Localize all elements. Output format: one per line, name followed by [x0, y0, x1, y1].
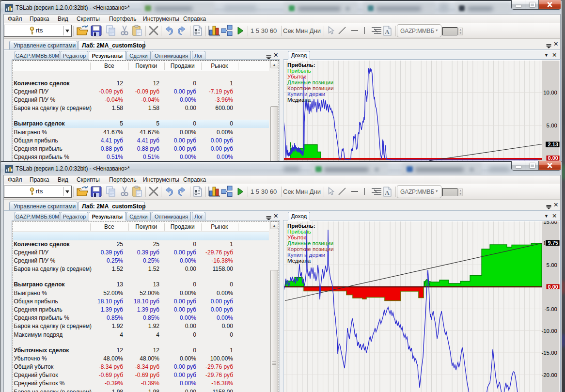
- svg-text:2.13: 2.13: [548, 141, 558, 147]
- svg-text:0.00: 0.00: [548, 155, 558, 161]
- svg-text:-5.00: -5.00: [545, 306, 557, 312]
- svg-text:0.00: 0.00: [548, 284, 558, 290]
- svg-text:10.00: 10.00: [543, 90, 557, 95]
- svg-text:A: A: [385, 28, 390, 35]
- svg-text:-20.00: -20.00: [541, 372, 557, 378]
- svg-text:A: A: [385, 188, 390, 196]
- svg-text:-15.00: -15.00: [541, 350, 557, 356]
- svg-text:5.00: 5.00: [547, 262, 557, 268]
- svg-text:9.75: 9.75: [548, 240, 558, 246]
- svg-text:-10.00: -10.00: [541, 328, 557, 334]
- svg-text:5.00: 5.00: [547, 123, 557, 128]
- svg-text:15.00: 15.00: [543, 221, 557, 225]
